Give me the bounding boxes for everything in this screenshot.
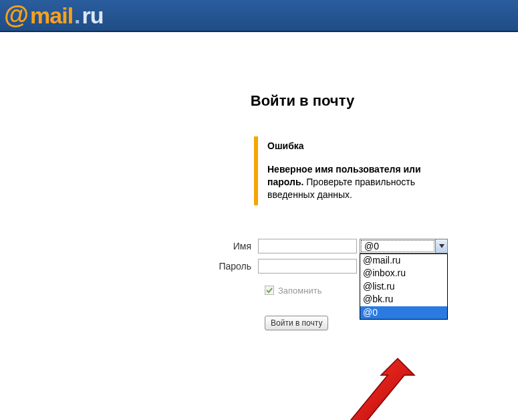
domain-option[interactable]: @inbox.ru <box>360 267 447 280</box>
logo-text-dot: . <box>74 3 80 29</box>
error-panel: Ошибка Неверное имя пользователя или пар… <box>254 136 448 205</box>
domain-option[interactable]: @bk.ru <box>360 293 447 306</box>
username-input[interactable] <box>258 239 357 253</box>
mailru-logo[interactable]: @ mail . ru <box>4 2 104 29</box>
logo-text-mail: mail <box>30 3 73 29</box>
page-title: Войти в почту <box>87 92 518 110</box>
content-area: Войти в почту Ошибка Неверное имя пользо… <box>0 32 518 330</box>
password-input[interactable] <box>258 259 357 274</box>
username-label: Имя <box>0 241 258 251</box>
error-title: Ошибка <box>267 140 448 151</box>
svg-marker-0 <box>341 358 414 420</box>
username-row: Имя @0 @mail.ru @inbox.ru @list.ru @bk.r… <box>0 239 518 253</box>
annotation-arrow-icon <box>321 352 428 420</box>
domain-option[interactable]: @list.ru <box>360 280 447 294</box>
domain-select[interactable]: @0 <box>360 239 448 253</box>
domain-selected-value: @0 <box>361 240 434 252</box>
logo-text-ru: ru <box>82 3 104 29</box>
check-icon <box>266 287 273 294</box>
header-bar: @ mail . ru <box>0 0 518 32</box>
chevron-down-icon[interactable] <box>435 239 447 253</box>
error-message: Неверное имя пользователя или пароль. Пр… <box>267 163 448 201</box>
login-form: Имя @0 @mail.ru @inbox.ru @list.ru @bk.r… <box>0 239 518 330</box>
login-button[interactable]: Войти в почту <box>265 316 328 330</box>
domain-option-selected[interactable]: @0 <box>360 306 447 320</box>
password-label: Пароль <box>0 261 258 272</box>
remember-checkbox[interactable] <box>265 286 274 295</box>
domain-select-wrap: @0 @mail.ru @inbox.ru @list.ru @bk.ru @0 <box>360 239 448 253</box>
domain-dropdown[interactable]: @mail.ru @inbox.ru @list.ru @bk.ru @0 <box>360 253 448 320</box>
remember-label: Запомнить <box>278 286 321 296</box>
domain-option[interactable]: @mail.ru <box>360 254 447 268</box>
logo-at-icon: @ <box>4 2 29 27</box>
